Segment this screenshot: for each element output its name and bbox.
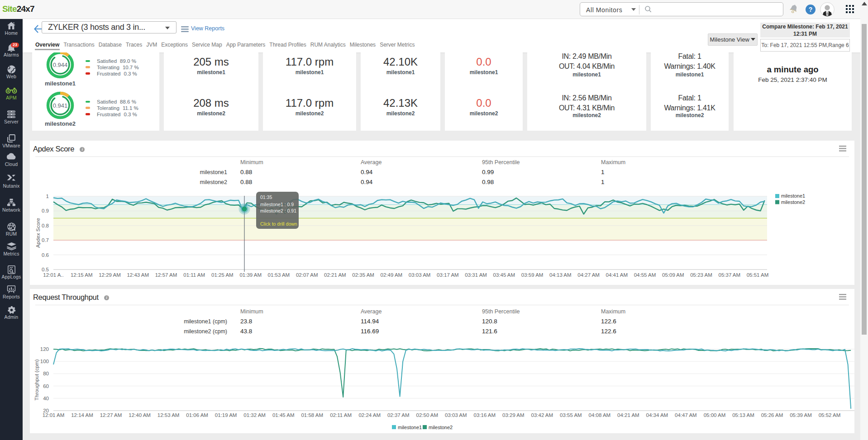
svg-text:80: 80 [43, 371, 49, 376]
svg-text:02:37 AM: 02:37 AM [387, 412, 410, 418]
svg-text:12:01 AM: 12:01 AM [43, 412, 65, 418]
svg-text:02:24 AM: 02:24 AM [358, 412, 381, 418]
svg-text:12:53 AM: 12:53 AM [157, 412, 180, 418]
svg-text:12:14 AM: 12:14 AM [71, 412, 93, 418]
svg-text:02:50 AM: 02:50 AM [416, 412, 439, 418]
svg-text:01:45 AM: 01:45 AM [272, 412, 295, 418]
svg-text:03:03 AM: 03:03 AM [445, 412, 467, 418]
svg-text:12:27 AM: 12:27 AM [100, 412, 122, 418]
svg-text:01:06 AM: 01:06 AM [186, 412, 208, 418]
svg-text:04:34 AM: 04:34 AM [646, 412, 668, 418]
svg-text:100: 100 [40, 359, 49, 364]
svg-text:120: 120 [40, 346, 49, 352]
svg-text:05:13 AM: 05:13 AM [732, 412, 754, 418]
svg-text:60: 60 [43, 383, 49, 389]
svg-text:milestone1: milestone1 [398, 425, 422, 430]
svg-text:40: 40 [43, 396, 49, 401]
svg-text:05:26 AM: 05:26 AM [761, 412, 783, 418]
svg-text:01:58 AM: 01:58 AM [301, 412, 323, 418]
svg-text:12:40 AM: 12:40 AM [129, 412, 151, 418]
svg-text:04:47 AM: 04:47 AM [675, 412, 697, 418]
svg-text:01:32 AM: 01:32 AM [243, 412, 266, 418]
svg-text:05:00 AM: 05:00 AM [704, 412, 726, 418]
svg-text:03:55 AM: 03:55 AM [560, 412, 582, 418]
svg-text:04:08 AM: 04:08 AM [589, 412, 611, 418]
svg-text:02:11 AM: 02:11 AM [330, 412, 352, 418]
svg-text:03:16 AM: 03:16 AM [474, 412, 496, 418]
svg-text:05:52 AM: 05:52 AM [819, 412, 841, 418]
svg-text:01:19 AM: 01:19 AM [215, 412, 237, 418]
svg-text:03:29 AM: 03:29 AM [502, 412, 525, 418]
svg-text:Throughput (cpm): Throughput (cpm) [34, 359, 39, 401]
svg-text:04:21 AM: 04:21 AM [617, 412, 639, 418]
svg-text:milestone2: milestone2 [429, 425, 453, 430]
svg-text:03:42 AM: 03:42 AM [531, 412, 553, 418]
svg-text:05:39 AM: 05:39 AM [790, 412, 812, 418]
